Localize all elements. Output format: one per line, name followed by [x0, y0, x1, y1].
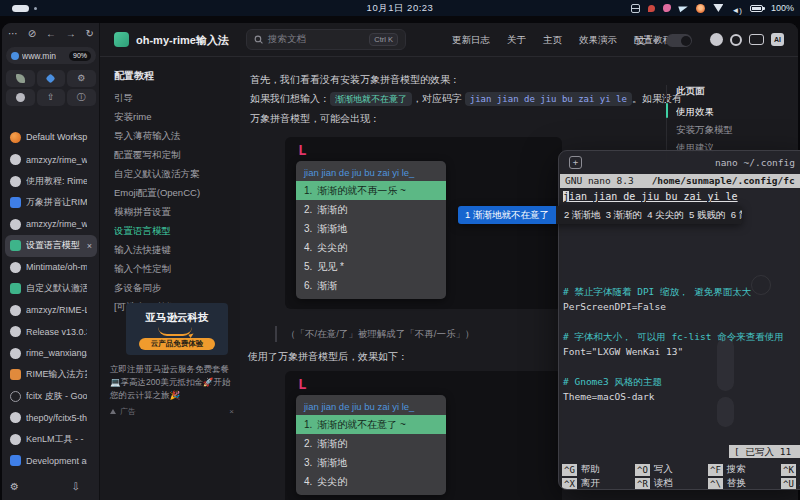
language-switcher[interactable]: 文A [636, 34, 659, 48]
toc-item[interactable]: 使用效果 [676, 103, 794, 121]
config-line: Theme=macOS-dark [563, 389, 784, 404]
nav-link[interactable]: 主页 [543, 34, 562, 47]
tab-list: amzxyz/rime_wa 使用教程: Rime 万象拼音让RIME [5, 149, 97, 472]
toolbar-icon[interactable] [66, 27, 76, 41]
sidebar-tab[interactable]: amzxyz/rime_wa [5, 149, 97, 171]
sidebar-tab[interactable]: amzxyz/rime_wa [5, 214, 97, 236]
sidebar-tab[interactable]: RIME输入法方案 [5, 364, 97, 386]
ad-banner[interactable]: 亚马逊云科技 云产品免费体验 [126, 303, 228, 355]
search-shortcut-badge: Ctrl K [369, 33, 398, 46]
quick-action-button[interactable] [6, 89, 35, 106]
doc-nav-item[interactable]: 输入法快捷键 [114, 240, 234, 259]
doc-nav-item[interactable]: 模糊拼音设置 [114, 202, 234, 221]
tray-icon[interactable] [631, 4, 640, 13]
tray-icon[interactable] [696, 4, 705, 13]
fcitx-selected-candidate[interactable]: 1 渐渐地就不在意了 [458, 206, 556, 224]
zoom-badge[interactable]: 90% [69, 51, 91, 61]
ad-card[interactable]: 亚马逊云科技 云产品免费体验 立即注册亚马逊云服务免费套餐💻享高达200美元抵扣… [110, 303, 234, 417]
ad-close-icon[interactable]: × [229, 407, 234, 416]
quick-action-button[interactable] [67, 70, 96, 87]
search-input[interactable]: 搜索文档 Ctrl K [246, 29, 406, 50]
toc-active-marker [666, 103, 668, 118]
quick-action-button[interactable] [6, 70, 35, 87]
doc-nav-item[interactable]: 自定义默认激活方案 [114, 164, 234, 183]
sidebar-bottom-icon[interactable] [10, 480, 19, 494]
tab-favicon [10, 455, 21, 466]
sidebar-tab[interactable]: 使用教程: Rime [5, 171, 97, 193]
sidebar-tab[interactable]: rime_wanxiang/ [5, 343, 97, 365]
site-title[interactable]: oh-my-rime输入法 [136, 33, 229, 48]
doc-nav-item[interactable]: 多设备同步 [114, 278, 234, 297]
tray-icon[interactable] [663, 4, 671, 12]
config-line [563, 359, 784, 374]
sidebar-tab[interactable]: fcitx 皮肤 - Goog [5, 386, 97, 408]
tab-favicon [10, 197, 21, 208]
quick-action-button[interactable] [67, 89, 96, 106]
doc-nav-item[interactable]: 引导 [114, 88, 234, 107]
nav-link[interactable]: 效果演示 [579, 34, 617, 47]
ad-text[interactable]: 立即注册亚马逊云服务免费套餐💻享高达200美元抵扣金🚀开始您的云计算之旅🎉 [110, 363, 234, 402]
tray-icon[interactable] [679, 4, 689, 12]
quick-action-button[interactable] [37, 89, 66, 106]
toolbar-icon[interactable] [46, 27, 56, 41]
tray-icon[interactable] [713, 4, 723, 12]
fcitx-other-candidates[interactable]: 2 渐渐地 3 渐渐的 4 尖尖的 5 贱贱的 6 简简单 [556, 206, 742, 224]
sidebar-tab[interactable]: Development an [5, 450, 97, 472]
sidebar-tab[interactable]: 自定义默认激活 [5, 278, 97, 300]
quick-action-icon [47, 93, 55, 102]
url-text: www.min [22, 51, 56, 61]
sidebar-bottom-icon[interactable] [72, 480, 80, 494]
sidebar-tab[interactable]: 设置语言模型 × [5, 235, 97, 257]
nano-shortcut: ^G帮助 [562, 463, 635, 476]
tray-icon[interactable] [648, 5, 655, 12]
nano-shortcut: ^X离开 [562, 477, 635, 490]
inline-code-pinyin: jian jian de jiu bu zai yi le [465, 92, 632, 106]
doc-nav-item[interactable]: 导入薄荷输入法 [114, 126, 234, 145]
doc-nav-item[interactable]: 安装rime [114, 107, 234, 126]
nano-file-path: /home/sunmaple/.config/fc [652, 174, 795, 188]
gitee-icon[interactable] [730, 34, 742, 46]
terminal-window[interactable]: + nano ~/.config GNU nano 8.3 /home/sunm… [558, 150, 800, 490]
workspace-icon [10, 132, 21, 143]
workspace-switcher[interactable]: Default Worksp [6, 127, 96, 147]
ime-candidate: 3.渐渐地 [296, 219, 446, 238]
sidebar-tab[interactable]: amzxyz/RIME-LM [5, 300, 97, 322]
bilibili-icon[interactable] [749, 34, 764, 45]
tab-close-icon[interactable]: × [87, 241, 92, 251]
sidebar-tab[interactable]: Mintimate/oh-my [5, 257, 97, 279]
theme-toggle[interactable] [666, 34, 692, 47]
sidebar-tab[interactable]: thep0y/fcitx5-th [5, 407, 97, 429]
ai-assistant-icon[interactable]: AI [771, 33, 784, 46]
ime-candidate-window: jian jian de jiu bu zai yi le 1.渐渐的就不在意了… [296, 395, 446, 495]
nav-link[interactable]: 更新日志 [452, 34, 490, 47]
doc-nav-item[interactable]: 配置覆写和定制 [114, 145, 234, 164]
doc-nav-item[interactable]: 设置语言模型 [114, 221, 234, 240]
toolbar-icon[interactable] [28, 27, 36, 41]
inline-code-phrase: 渐渐地就不在意了 [330, 92, 412, 106]
tray-icon[interactable] [731, 0, 742, 17]
sidebar-tab[interactable]: 万象拼音让RIME [5, 192, 97, 214]
toolbar-icon[interactable] [8, 27, 18, 41]
tray-icon[interactable] [750, 5, 763, 12]
doc-nav-section-title[interactable]: 配置教程 [114, 69, 154, 83]
github-icon[interactable] [710, 33, 723, 46]
amazon-smile-icon [158, 327, 192, 336]
tab-favicon [10, 262, 21, 273]
toc-item[interactable]: 安装万象模型 [676, 121, 794, 139]
ime-preedit: jian jian de jiu bu zai yi le [296, 399, 446, 415]
sidebar-tab[interactable]: Release v13.0.3 [5, 321, 97, 343]
quick-action-button[interactable] [37, 70, 66, 87]
doc-nav-item[interactable]: Emoji配置(OpenCC) [114, 183, 234, 202]
ad-tag: 广告 [120, 406, 136, 417]
url-bar[interactable]: www.min 90% [6, 47, 96, 64]
floating-button-faint [717, 397, 734, 427]
quick-action-icon [46, 74, 56, 84]
quick-action-icon [16, 74, 25, 83]
tab-favicon [10, 283, 21, 294]
site-logo-icon[interactable] [114, 32, 129, 47]
sidebar-tab[interactable]: KenLM工具 - - [5, 429, 97, 451]
new-tab-icon[interactable]: + [569, 156, 582, 169]
toolbar-icon[interactable] [86, 27, 94, 41]
nav-link[interactable]: 关于 [507, 34, 526, 47]
doc-nav-item[interactable]: 输入个性定制 [114, 259, 234, 278]
